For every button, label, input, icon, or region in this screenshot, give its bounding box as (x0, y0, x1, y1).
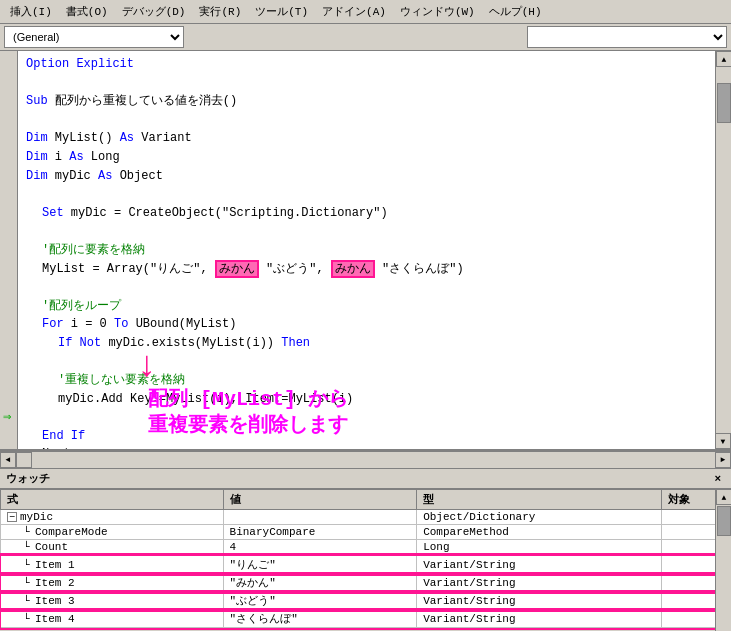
watch-table-container: 式 値 型 対象 −myDicObject/Dictionary└Compare… (0, 489, 731, 631)
procedure-dropdown[interactable] (527, 26, 727, 48)
watch-value: "さくらんぼ" (223, 610, 417, 628)
code-line-dim2: Dim i As Long (26, 148, 723, 167)
code-line-endif: End If (26, 427, 723, 446)
watch-expr: myDic (20, 511, 53, 523)
code-line-blank5 (26, 278, 723, 297)
watch-expr: CompareMode (35, 526, 108, 538)
code-line-array: MyList = Array("りんご", みかん "ぶどう", みかん "さく… (26, 260, 723, 279)
editor-code[interactable]: Option Explicit Sub 配列から重複している値を消去() Dim… (18, 51, 731, 449)
code-line-blank7 (26, 408, 723, 427)
table-row[interactable]: └Item 3"ぶどう"Variant/String (1, 592, 731, 610)
code-line-blank3 (26, 185, 723, 204)
watch-table: 式 値 型 対象 −myDicObject/Dictionary└Compare… (0, 489, 731, 628)
col-expr: 式 (1, 490, 224, 510)
table-row[interactable]: −myDicObject/Dictionary (1, 510, 731, 525)
toolbar: (General) (0, 24, 731, 51)
watch-expr: Item 3 (35, 595, 75, 607)
code-line-blank4 (26, 222, 723, 241)
watch-title: ウォッチ (6, 471, 50, 486)
scroll-up-btn[interactable]: ▲ (716, 51, 731, 67)
editor-scrollbar[interactable]: ▲ ▼ (715, 51, 731, 449)
code-line-if: If Not myDic.exists(MyList(i)) Then (26, 334, 723, 353)
watch-type: Variant/String (417, 610, 662, 628)
watch-close-btn[interactable]: × (710, 473, 725, 485)
code-line-comment3: '重複しない要素を格納 (26, 371, 723, 390)
code-line-dim3: Dim myDic As Object (26, 167, 723, 186)
context-dropdown[interactable]: (General) (4, 26, 184, 48)
watch-value (223, 510, 417, 525)
table-row[interactable]: └Item 2"みかん"Variant/String (1, 574, 731, 592)
col-value: 値 (223, 490, 417, 510)
watch-type: CompareMethod (417, 525, 662, 540)
watch-expr: Item 1 (35, 559, 75, 571)
table-row[interactable]: └CompareModeBinaryCompareCompareMethod (1, 525, 731, 540)
menu-help[interactable]: ヘルプ(H) (483, 2, 548, 21)
scroll-thumb[interactable] (717, 83, 731, 123)
watch-type: Variant/String (417, 574, 662, 592)
tree-expand-icon[interactable]: − (7, 512, 17, 522)
code-line-comment2: '配列をループ (26, 297, 723, 316)
watch-inner: 式 値 型 対象 −myDicObject/Dictionary└Compare… (0, 489, 731, 631)
editor-gutter: ⇒ (0, 51, 18, 449)
watch-value: "ぶどう" (223, 592, 417, 610)
hscroll-right-btn[interactable]: ► (715, 452, 731, 468)
menu-insert[interactable]: 挿入(I) (4, 2, 58, 21)
menu-format[interactable]: 書式(O) (60, 2, 114, 21)
watch-expr: Item 2 (35, 577, 75, 589)
table-row[interactable]: └Item 4"さくらんぼ"Variant/String (1, 610, 731, 628)
hscroll-left-btn[interactable]: ◄ (0, 452, 16, 468)
table-row[interactable]: └Count4Long (1, 540, 731, 556)
watch-header: ウォッチ × (0, 469, 731, 489)
code-line-blank1 (26, 74, 723, 93)
editor-container: ⇒ Option Explicit Sub 配列から重複している値を消去() D… (0, 51, 731, 451)
watch-type: Variant/String (417, 592, 662, 610)
watch-type: Object/Dictionary (417, 510, 662, 525)
code-line-sub: Sub 配列から重複している値を消去() (26, 92, 723, 111)
watch-expr: Item 4 (35, 613, 75, 625)
menu-tools[interactable]: ツール(T) (249, 2, 314, 21)
menu-run[interactable]: 実行(R) (193, 2, 247, 21)
col-type: 型 (417, 490, 662, 510)
watch-value: "みかん" (223, 574, 417, 592)
code-line-add: myDic.Add Key:=MyList(i), Item:=MyList(i… (26, 390, 723, 409)
watch-panel: ウォッチ × 式 値 型 対象 −myDicObject/Dictionary└… (0, 467, 731, 631)
watch-scroll-thumb[interactable] (717, 506, 731, 536)
code-line-blank6 (26, 353, 723, 372)
watch-value: BinaryCompare (223, 525, 417, 540)
code-line-next: Next (26, 445, 723, 449)
menu-debug[interactable]: デバッグ(D) (116, 2, 192, 21)
code-line-comment1: '配列に要素を格納 (26, 241, 723, 260)
code-line-1: Option Explicit (26, 55, 723, 74)
watch-expr: Count (35, 541, 68, 553)
code-line-for: For i = 0 To UBound(MyList) (26, 315, 723, 334)
menu-window[interactable]: ウィンドウ(W) (394, 2, 481, 21)
code-line-blank2 (26, 111, 723, 130)
watch-scroll-up[interactable]: ▲ (716, 489, 731, 505)
watch-scrollbar[interactable]: ▲ ▼ (715, 489, 731, 631)
watch-value: 4 (223, 540, 417, 556)
watch-type: Variant/String (417, 555, 662, 574)
menubar: 挿入(I) 書式(O) デバッグ(D) 実行(R) ツール(T) アドイン(A)… (0, 0, 731, 24)
scroll-down-btn[interactable]: ▼ (715, 433, 731, 449)
watch-type: Long (417, 540, 662, 556)
hscroll-extra-btn[interactable] (16, 452, 32, 468)
execution-arrow: ⇒ (3, 408, 11, 425)
hscrollbar[interactable]: ◄ ► (0, 451, 731, 467)
code-line-set: Set myDic = CreateObject("Scripting.Dict… (26, 204, 723, 223)
hscroll-track[interactable] (32, 452, 715, 468)
code-line-dim1: Dim MyList() As Variant (26, 129, 723, 148)
watch-value: "りんご" (223, 555, 417, 574)
menu-addin[interactable]: アドイン(A) (316, 2, 392, 21)
table-row[interactable]: └Item 1"りんご"Variant/String (1, 555, 731, 574)
